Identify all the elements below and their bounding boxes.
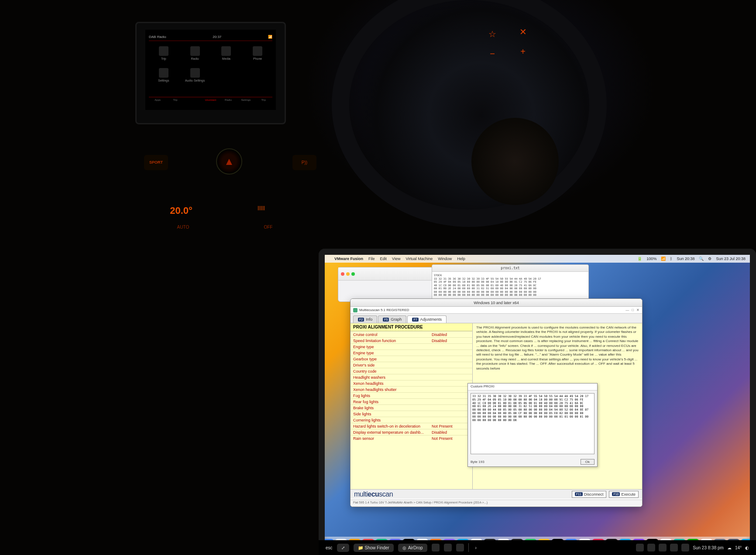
sport-button[interactable]: SPORT	[144, 155, 168, 170]
multiecuscan-window[interactable]: Multiecuscan 5.1 REGISTERED — □ ✕ F2Info…	[351, 307, 642, 507]
proxi-hex-input[interactable]	[471, 393, 594, 454]
wifi-icon[interactable]: 📶	[661, 257, 666, 261]
finder-window[interactable]	[338, 267, 434, 302]
mes-logo-icon	[353, 308, 357, 312]
maximize-icon[interactable]: □	[632, 308, 634, 312]
ok-button[interactable]: Ok	[581, 459, 594, 465]
app-trip[interactable]: Trip	[153, 46, 174, 60]
table-row[interactable]: Speed limitation functionDisabled	[351, 338, 472, 344]
table-row[interactable]: Brake lights	[351, 405, 472, 411]
menu-help[interactable]: Help	[457, 257, 465, 261]
app-radio[interactable]: Radio	[185, 46, 206, 60]
tab-info[interactable]: F2Info	[353, 315, 377, 323]
param-value	[429, 380, 472, 387]
tb-show-finder[interactable]: 📁 Show Finder	[354, 544, 394, 552]
app-name[interactable]: VMware Fusion	[334, 257, 363, 261]
param-value	[429, 368, 472, 374]
minimize-icon[interactable]: —	[625, 308, 629, 312]
table-row[interactable]: Country code	[351, 368, 472, 374]
hazard-button[interactable]	[216, 148, 242, 175]
auto-button[interactable]: AUTO	[177, 225, 189, 230]
menu-view[interactable]: View	[392, 257, 400, 261]
touchbar[interactable]: esc ⤢ 📁 Show Finder ◎ AirDrop › Sun 23 8…	[319, 540, 756, 555]
battery-icon[interactable]: 🔋	[637, 257, 642, 261]
table-row[interactable]: Xenon headlights shutter	[351, 387, 472, 393]
table-row[interactable]: Rear fog lights	[351, 399, 472, 405]
table-row[interactable]: Rain sensorNot Present	[351, 435, 472, 442]
fan-display: ||||||	[258, 205, 288, 220]
tb-icon-3[interactable]	[456, 544, 464, 552]
mes-param-list[interactable]: PROXI ALIGNMENT PROCEDURE Cruise control…	[351, 323, 473, 489]
tb-mission-icon[interactable]	[659, 544, 667, 552]
tb-chevron-icon[interactable]: ›	[475, 545, 477, 550]
mes-titlebar[interactable]: Multiecuscan 5.1 REGISTERED — □ ✕	[351, 307, 642, 314]
app-settings[interactable]: Settings	[153, 68, 174, 82]
tb-keyboard-icon[interactable]	[681, 544, 689, 552]
tb-launchpad-icon[interactable]	[670, 544, 678, 552]
clock-1[interactable]: Sun 20:38	[677, 257, 694, 261]
pdc-button[interactable]: P))	[292, 155, 316, 170]
param-label: Country code	[351, 368, 429, 374]
temp-display: 20.0°	[166, 205, 196, 220]
infotainment-screen[interactable]: DAB Radio 20:37 📶 Trip Radio Media Phone…	[145, 30, 276, 110]
table-row[interactable]: Xenon headlights	[351, 380, 472, 387]
app-audio-settings[interactable]: Audio Settings	[185, 68, 206, 82]
custom-proxi-dialog[interactable]: Custom PROXI Byte 193 Ok	[467, 383, 598, 467]
mes-brand: multiecuscan	[354, 490, 393, 498]
menu-file[interactable]: File	[368, 257, 375, 261]
table-row[interactable]: Gearbox type	[351, 356, 472, 362]
infotainment-tabbar[interactable]: Apps Trip Uconnect Radio Settings Trip	[149, 97, 272, 106]
wheel-star-button[interactable]: ☆	[485, 26, 500, 42]
vmware-window[interactable]: Windows 10 and later x64 Multiecuscan 5.…	[350, 298, 643, 507]
param-label: Rain sensor	[351, 435, 429, 442]
tb-bright-up-icon[interactable]	[647, 544, 655, 552]
table-row[interactable]: Fog lights	[351, 393, 472, 399]
menu-edit[interactable]: Edit	[380, 257, 387, 261]
tb-expand-icon[interactable]: ⤢	[337, 544, 349, 552]
table-row[interactable]: Headlight washers	[351, 374, 472, 380]
tb-bright-down-icon[interactable]	[636, 544, 644, 552]
execute-button[interactable]: F10Execute	[609, 491, 639, 498]
wheel-x-button[interactable]: ✕	[515, 24, 531, 40]
close-icon[interactable]: ✕	[636, 308, 639, 312]
esc-key[interactable]: esc	[326, 545, 333, 550]
table-row[interactable]: Cornering lights	[351, 417, 472, 423]
table-row[interactable]: Hazard lights switch-on in decelerationN…	[351, 423, 472, 429]
bt-icon[interactable]: ᛒ	[670, 257, 672, 261]
app-media[interactable]: Media	[216, 46, 237, 60]
table-row[interactable]: Display external temperature on dashb...…	[351, 429, 472, 435]
table-row[interactable]: Side lights	[351, 411, 472, 417]
mac-menubar[interactable]: VMware Fusion File Edit View Virtual Mac…	[325, 255, 750, 263]
param-value	[429, 393, 472, 399]
app-phone[interactable]: Phone	[247, 46, 268, 60]
wheel-plus-button[interactable]: +	[515, 44, 531, 59]
mac-desktop[interactable]: VMware Fusion File Edit View Virtual Mac…	[325, 255, 750, 555]
tb-airdrop[interactable]: ◎ AirDrop	[398, 544, 427, 552]
clock-2[interactable]: Sun 23 Jul 20:38	[716, 257, 746, 261]
mes-tabs: F2Info F5Graph F7Adjustments	[351, 314, 642, 323]
tb-icon-2[interactable]	[444, 544, 452, 552]
tab-adjustments[interactable]: F7Adjustments	[407, 315, 447, 323]
tb-siri-icon[interactable]: ◐	[745, 545, 749, 550]
spotlight-icon[interactable]: 🔍	[699, 257, 704, 261]
param-value	[429, 374, 472, 380]
traffic-lights[interactable]	[341, 272, 355, 276]
wheel-minus-button[interactable]: −	[485, 46, 500, 62]
control-center-icon[interactable]: ⚙	[708, 257, 711, 261]
table-row[interactable]: Cruise controlDisabled	[351, 332, 472, 338]
textedit-body[interactable]: STOCK 33 32 31 35 36 30 32 30 32 39 33 4…	[432, 272, 588, 298]
tb-icon-1[interactable]	[432, 544, 440, 552]
menu-window[interactable]: Window	[438, 257, 452, 261]
tb-temp: 14°	[735, 545, 742, 550]
app-grid: Trip Radio Media Phone Settings Audio Se…	[149, 41, 272, 87]
table-row[interactable]: Engine type	[351, 344, 472, 350]
table-row[interactable]: Driver's side	[351, 362, 472, 368]
battery-pct: 100%	[646, 257, 656, 261]
menu-vm[interactable]: Virtual Machine	[405, 257, 433, 261]
tb-weather-icon[interactable]: ☁	[727, 545, 732, 550]
table-row[interactable]: Engine type	[351, 350, 472, 356]
off-button[interactable]: OFF	[264, 225, 272, 230]
tab-graph[interactable]: F5Graph	[378, 315, 406, 323]
mes-table[interactable]: Cruise controlDisabledSpeed limitation f…	[351, 331, 472, 441]
disconnect-button[interactable]: F11Disconnect	[572, 491, 607, 498]
